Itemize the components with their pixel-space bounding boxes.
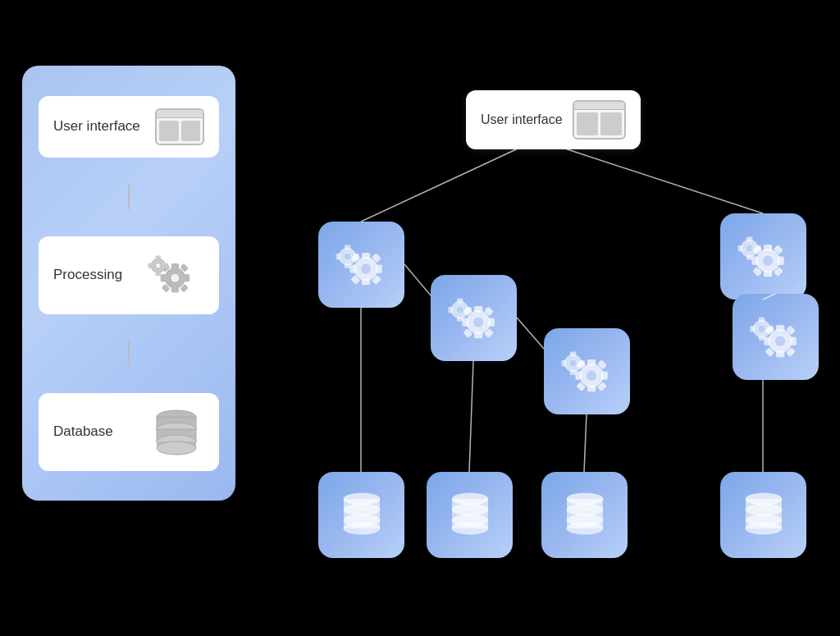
svg-point-1 bbox=[171, 273, 180, 282]
svg-rect-83 bbox=[746, 237, 753, 242]
svg-rect-38 bbox=[336, 254, 341, 260]
svg-rect-75 bbox=[778, 257, 784, 265]
svg-rect-26 bbox=[362, 279, 370, 286]
svg-rect-25 bbox=[362, 253, 370, 259]
ui-layer-box: User interface bbox=[39, 96, 219, 158]
svg-rect-74 bbox=[764, 271, 772, 277]
svg-line-138 bbox=[584, 414, 587, 472]
svg-rect-53 bbox=[467, 307, 472, 313]
db-icon-2 bbox=[442, 488, 498, 542]
db-icon-1 bbox=[334, 488, 390, 542]
svg-rect-67 bbox=[570, 352, 577, 357]
svg-point-88 bbox=[775, 336, 786, 346]
ui-icon-titlebar bbox=[157, 110, 203, 118]
svg-rect-54 bbox=[449, 307, 454, 313]
svg-rect-3 bbox=[171, 287, 179, 293]
svg-point-116 bbox=[452, 523, 488, 534]
right-ui-icon-panels bbox=[574, 110, 624, 138]
svg-rect-58 bbox=[587, 386, 596, 392]
gear-icon-2 bbox=[443, 291, 504, 345]
svg-point-123 bbox=[567, 523, 603, 534]
svg-rect-60 bbox=[575, 372, 582, 380]
ui-layer-label: User interface bbox=[53, 118, 140, 135]
processing-layer-label: Processing bbox=[53, 267, 122, 283]
svg-rect-4 bbox=[185, 274, 190, 281]
ui-icon-right-panel bbox=[181, 121, 201, 141]
svg-rect-92 bbox=[764, 337, 770, 345]
svg-point-50 bbox=[456, 306, 463, 313]
db-box-1 bbox=[318, 472, 404, 558]
db-icon-4 bbox=[736, 488, 792, 542]
left-architecture-panel: User interface Processing bbox=[22, 66, 235, 501]
svg-point-34 bbox=[344, 253, 351, 260]
svg-rect-51 bbox=[457, 299, 463, 304]
gear-icon-5 bbox=[745, 310, 806, 364]
gear-icon-4 bbox=[733, 230, 794, 283]
ui-layer-icon bbox=[155, 108, 204, 145]
svg-line-134 bbox=[537, 140, 763, 213]
svg-rect-13 bbox=[155, 272, 161, 276]
svg-rect-76 bbox=[751, 257, 758, 265]
svg-rect-100 bbox=[759, 336, 765, 341]
svg-rect-43 bbox=[488, 318, 495, 327]
svg-rect-12 bbox=[155, 255, 161, 259]
right-ui-icon-right bbox=[600, 112, 622, 135]
svg-point-82 bbox=[746, 245, 753, 252]
svg-rect-28 bbox=[349, 265, 356, 273]
db-icon-3 bbox=[557, 488, 613, 542]
db-box-2 bbox=[427, 472, 513, 558]
svg-rect-27 bbox=[376, 265, 382, 273]
svg-rect-91 bbox=[790, 337, 797, 345]
svg-rect-73 bbox=[764, 245, 772, 251]
svg-rect-85 bbox=[756, 245, 761, 252]
svg-rect-90 bbox=[776, 351, 784, 358]
svg-rect-99 bbox=[759, 318, 765, 323]
right-ui-icon-titlebar bbox=[574, 102, 624, 110]
svg-line-132 bbox=[404, 264, 431, 295]
svg-rect-15 bbox=[148, 263, 153, 268]
svg-point-24 bbox=[361, 263, 372, 274]
svg-rect-89 bbox=[776, 325, 784, 332]
db-box-3 bbox=[541, 472, 628, 558]
gear-box-3 bbox=[544, 328, 630, 414]
gear-box-5 bbox=[733, 294, 819, 380]
svg-rect-69 bbox=[580, 360, 585, 367]
svg-point-72 bbox=[763, 255, 774, 266]
connector-processing-db bbox=[128, 341, 130, 366]
svg-point-66 bbox=[569, 359, 577, 367]
right-ui-icon-left bbox=[577, 112, 598, 135]
gear-box-2 bbox=[431, 275, 517, 361]
svg-point-22 bbox=[157, 442, 196, 455]
svg-rect-70 bbox=[562, 360, 567, 367]
svg-point-109 bbox=[344, 523, 380, 534]
ui-icon-left-panel bbox=[159, 121, 179, 141]
svg-point-40 bbox=[473, 317, 484, 327]
svg-rect-57 bbox=[587, 359, 596, 366]
svg-rect-41 bbox=[474, 306, 482, 313]
gear-box-4 bbox=[720, 213, 806, 300]
svg-rect-52 bbox=[457, 317, 463, 322]
gear-icon-3 bbox=[556, 345, 618, 398]
gear-icon-1 bbox=[331, 238, 392, 291]
right-ui-label: User interface bbox=[481, 112, 563, 127]
svg-line-133 bbox=[517, 318, 544, 349]
svg-rect-101 bbox=[769, 326, 774, 332]
svg-point-130 bbox=[746, 523, 782, 534]
processing-gear-icon bbox=[143, 249, 204, 302]
svg-line-137 bbox=[469, 361, 473, 472]
svg-rect-44 bbox=[462, 318, 468, 327]
ui-icon-panels bbox=[157, 118, 203, 144]
svg-rect-102 bbox=[751, 326, 756, 332]
right-ui-icon bbox=[573, 100, 626, 140]
connector-ui-processing bbox=[128, 185, 130, 209]
diagram-canvas: User interface Processing bbox=[0, 0, 840, 636]
svg-rect-35 bbox=[345, 245, 351, 250]
right-ui-box: User interface bbox=[466, 90, 641, 149]
svg-rect-2 bbox=[171, 263, 179, 268]
db-box-4 bbox=[720, 472, 806, 558]
svg-rect-36 bbox=[345, 263, 351, 268]
database-layer-label: Database bbox=[53, 423, 113, 440]
svg-point-56 bbox=[587, 370, 597, 381]
svg-point-11 bbox=[155, 263, 162, 269]
svg-rect-84 bbox=[746, 255, 753, 260]
